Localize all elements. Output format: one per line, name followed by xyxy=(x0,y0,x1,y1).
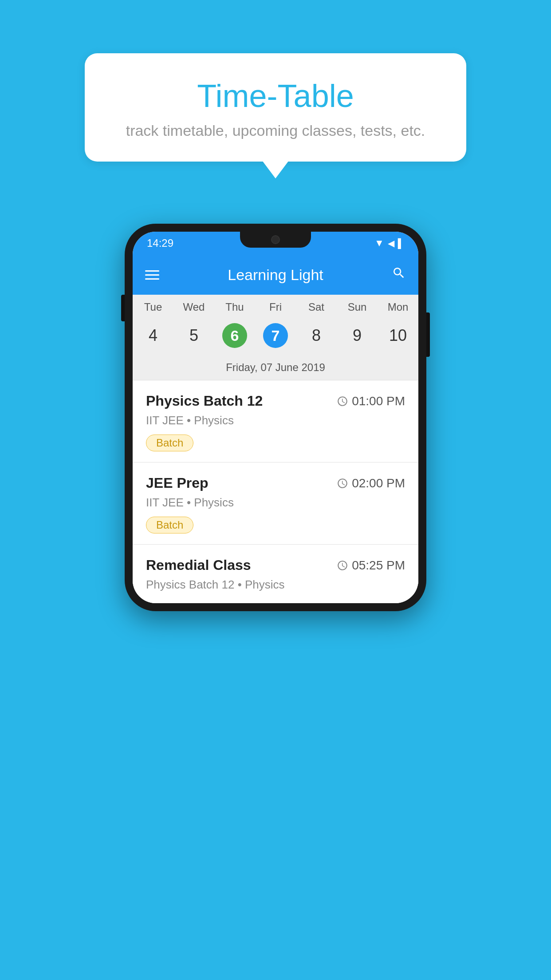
schedule-item-3-title: Remedial Class xyxy=(146,557,251,573)
schedule-item-1-time: 01:00 PM xyxy=(337,394,405,408)
days-row: Tue Wed Thu Fri Sat Sun Mon xyxy=(133,295,418,317)
date-8[interactable]: 8 xyxy=(296,320,337,351)
schedule-item-3-time: 05:25 PM xyxy=(337,558,405,573)
date-today-circle[interactable]: 6 xyxy=(222,323,247,348)
phone-screen: 14:29 ▼ ◀ ▌ Learning Light xyxy=(133,232,418,603)
bubble-title: Time-Table xyxy=(111,78,440,114)
phone-container: 14:29 ▼ ◀ ▌ Learning Light xyxy=(0,224,551,611)
hamburger-line-2 xyxy=(145,274,159,276)
schedule-item-1-time-text: 01:00 PM xyxy=(352,394,405,408)
top-section: Time-Table track timetable, upcoming cla… xyxy=(0,0,551,188)
schedule-item-1-badge: Batch xyxy=(146,435,193,451)
phone-camera xyxy=(271,235,280,244)
search-button[interactable] xyxy=(392,266,406,284)
day-wed[interactable]: Wed xyxy=(173,301,214,313)
status-time: 14:29 xyxy=(147,237,173,249)
hamburger-menu-button[interactable] xyxy=(145,270,159,280)
schedule-item-2-time-text: 02:00 PM xyxy=(352,476,405,490)
day-tue[interactable]: Tue xyxy=(133,301,173,313)
day-sat[interactable]: Sat xyxy=(296,301,337,313)
schedule-item-1-header: Physics Batch 12 01:00 PM xyxy=(146,393,405,409)
day-sun[interactable]: Sun xyxy=(337,301,378,313)
schedule-item-2-time: 02:00 PM xyxy=(337,476,405,490)
schedule-item-1-title: Physics Batch 12 xyxy=(146,393,263,409)
day-thu[interactable]: Thu xyxy=(214,301,255,313)
clock-icon-3 xyxy=(337,560,348,571)
battery-icon: ▌ xyxy=(398,238,404,249)
date-4[interactable]: 4 xyxy=(133,320,173,351)
bubble-subtitle: track timetable, upcoming classes, tests… xyxy=(111,122,440,139)
schedule-item-2-badge: Batch xyxy=(146,517,193,533)
schedule-item-2-subtitle: IIT JEE • Physics xyxy=(146,496,405,510)
date-10[interactable]: 10 xyxy=(378,320,418,351)
schedule-item-3-time-text: 05:25 PM xyxy=(352,558,405,573)
date-6[interactable]: 6 xyxy=(214,320,255,351)
clock-icon-2 xyxy=(337,478,348,489)
date-9[interactable]: 9 xyxy=(337,320,378,351)
schedule-item-3-subtitle: Physics Batch 12 • Physics xyxy=(146,578,405,592)
signal-icon: ◀ xyxy=(388,238,394,249)
dates-row: 4 5 6 7 8 9 10 xyxy=(133,317,418,357)
app-bar-title: Learning Light xyxy=(170,266,381,284)
day-mon[interactable]: Mon xyxy=(378,301,418,313)
day-fri[interactable]: Fri xyxy=(255,301,296,313)
clock-icon-1 xyxy=(337,395,348,407)
speech-bubble: Time-Table track timetable, upcoming cla… xyxy=(85,53,466,162)
schedule-item-3-header: Remedial Class 05:25 PM xyxy=(146,557,405,573)
schedule-list: Physics Batch 12 01:00 PM IIT JEE • Phys… xyxy=(133,380,418,603)
app-bar: Learning Light xyxy=(133,255,418,295)
wifi-icon: ▼ xyxy=(374,237,384,249)
calendar-strip: Tue Wed Thu Fri Sat Sun Mon 4 5 6 7 xyxy=(133,295,418,380)
phone-notch xyxy=(240,232,311,248)
date-5[interactable]: 5 xyxy=(173,320,214,351)
hamburger-line-1 xyxy=(145,270,159,272)
phone-frame: 14:29 ▼ ◀ ▌ Learning Light xyxy=(125,224,426,611)
schedule-item-1-subtitle: IIT JEE • Physics xyxy=(146,414,405,427)
schedule-item-2-title: JEE Prep xyxy=(146,475,209,491)
status-icons: ▼ ◀ ▌ xyxy=(374,237,404,249)
date-selected-circle[interactable]: 7 xyxy=(263,323,288,348)
schedule-item-2[interactable]: JEE Prep 02:00 PM IIT JEE • Physics Batc… xyxy=(133,462,418,545)
schedule-item-2-header: JEE Prep 02:00 PM xyxy=(146,475,405,491)
schedule-item-3[interactable]: Remedial Class 05:25 PM Physics Batch 12… xyxy=(133,545,418,603)
selected-date-label: Friday, 07 June 2019 xyxy=(133,357,418,380)
date-7[interactable]: 7 xyxy=(255,320,296,351)
hamburger-line-3 xyxy=(145,278,159,280)
schedule-item-1[interactable]: Physics Batch 12 01:00 PM IIT JEE • Phys… xyxy=(133,380,418,462)
